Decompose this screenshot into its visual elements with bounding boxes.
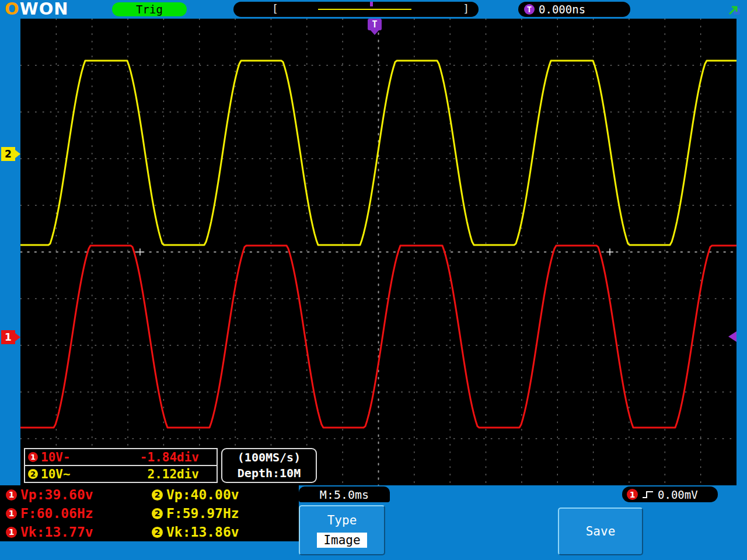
- status-bar: 1 Vp:39.60v 2 Vp:40.00v 1 F:60.06Hz 2 F:…: [0, 485, 747, 560]
- rising-edge-icon: [641, 489, 654, 500]
- trigger-position-tick: [370, 2, 373, 6]
- timebase-readout: M:5.0ms: [299, 487, 390, 502]
- measurement-ch1-vk: 1 Vk:13.77v: [0, 524, 146, 540]
- measurement-ch2-freq: 2 F:59.97Hz: [146, 506, 299, 521]
- trigger-level-readout: 1 0.00mV: [622, 487, 718, 502]
- sample-rate: (100MS/s): [238, 450, 301, 466]
- waveform-display: T 1 10V- -1.84div 2 10V~ 2.12div (100MS/…: [20, 19, 736, 485]
- trigger-level-value: 0.00mV: [658, 488, 698, 501]
- memory-depth: Depth:10M: [238, 466, 301, 481]
- measurements-panel: 1 Vp:39.60v 2 Vp:40.00v 1 F:60.06Hz 2 F:…: [0, 485, 299, 541]
- trigger-time-readout: T 0.000ns: [518, 2, 630, 17]
- channel-2-chip: 2: [152, 508, 163, 519]
- oscilloscope-screen: OWON Trig [ ] T 0.000ns T 1 10V-: [0, 0, 747, 560]
- measurement-value: Vk:13.77v: [20, 524, 93, 540]
- window-bracket-left: [: [272, 2, 278, 15]
- channel-1-info-row: 1 10V- -1.84div: [25, 449, 217, 466]
- channel-1-chip: 1: [6, 508, 17, 519]
- window-bracket-right: ]: [463, 2, 469, 15]
- usb-export-icon: [727, 2, 741, 16]
- channel-2-chip: 2: [152, 489, 163, 501]
- logo-letter-o: O: [5, 0, 20, 19]
- waveform-canvas: [20, 19, 736, 485]
- type-button-value: Image: [317, 533, 366, 548]
- measurement-ch2-vk: 2 Vk:13.86v: [146, 524, 299, 540]
- channel-2-position-label: 2: [5, 148, 12, 160]
- logo-text: WON: [20, 0, 69, 19]
- channel-2-position-marker[interactable]: 2: [1, 147, 15, 161]
- channel-info-panel: 1 10V- -1.84div 2 10V~ 2.12div: [24, 448, 218, 483]
- channel-2-offset: 2.12div: [147, 467, 199, 481]
- trig-status-badge: Trig: [112, 2, 187, 16]
- measurement-ch1-freq: 1 F:60.06Hz: [0, 506, 146, 521]
- channel-1-position-marker[interactable]: 1: [1, 330, 15, 344]
- horizontal-position-bar[interactable]: [ ]: [233, 2, 479, 17]
- channel-2-info-row: 2 10V~ 2.12div: [25, 466, 217, 482]
- top-bar: OWON Trig [ ] T 0.000ns: [0, 0, 747, 19]
- position-window-indicator: [318, 9, 411, 10]
- channel-1-chip: 1: [6, 527, 17, 538]
- channel-2-scale: 10V~: [41, 467, 71, 481]
- acquisition-info-panel: (100MS/s) Depth:10M: [221, 448, 317, 483]
- channel-1-position-label: 1: [5, 331, 12, 343]
- channel-1-scale: 10V-: [41, 450, 71, 464]
- channel-1-chip: 1: [6, 489, 17, 501]
- save-button[interactable]: Save: [558, 508, 643, 555]
- type-button-label: Type: [327, 513, 357, 527]
- measurement-value: F:60.06Hz: [20, 506, 93, 521]
- trigger-t-icon: T: [524, 4, 535, 15]
- measurement-value: Vp:39.60v: [20, 487, 93, 502]
- channel-2-chip: 2: [28, 469, 38, 479]
- trigger-time-value: 0.000ns: [539, 3, 585, 16]
- trigger-source-chip: 1: [627, 489, 638, 500]
- trigger-level-arrow[interactable]: [728, 331, 736, 342]
- measurement-ch2-vp: 2 Vp:40.00v: [146, 487, 299, 502]
- measurement-value: F:59.97Hz: [166, 506, 239, 521]
- measurement-value: Vp:40.00v: [166, 487, 239, 502]
- measurement-value: Vk:13.86v: [166, 524, 239, 540]
- trigger-position-marker-label: T: [372, 19, 377, 30]
- channel-2-chip: 2: [152, 527, 163, 538]
- channel-1-chip: 1: [28, 452, 38, 462]
- trigger-position-marker[interactable]: T: [368, 19, 382, 30]
- measurement-ch1-vp: 1 Vp:39.60v: [0, 487, 146, 502]
- channel-1-offset: -1.84div: [140, 450, 199, 464]
- owon-logo: OWON: [5, 0, 69, 19]
- type-button[interactable]: Type Image: [299, 505, 385, 555]
